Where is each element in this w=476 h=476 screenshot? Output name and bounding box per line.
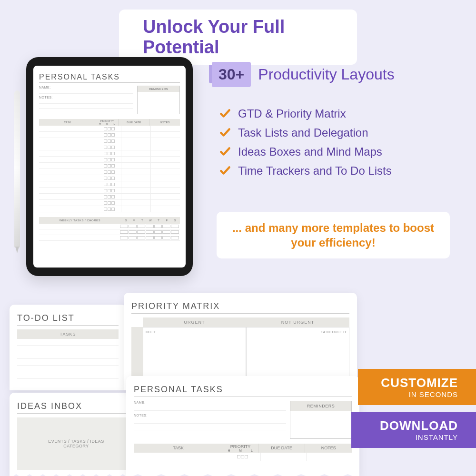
card-title: PRIORITY MATRIX [131, 301, 349, 311]
task-table-header: TASK PRIORITY H M L DUE DATE NOTES [134, 444, 352, 453]
col-h: H [97, 122, 104, 125]
day-label: S [122, 219, 130, 222]
download-button[interactable]: DOWNLOAD INSTANTLY [351, 412, 476, 448]
cta-sub-text: IN SECONDS [381, 390, 458, 398]
day-label: F [163, 219, 171, 222]
col-notes: NOTES [149, 119, 180, 126]
feature-text: Task Lists and Delegation [238, 126, 368, 139]
task-row [39, 188, 180, 194]
cta-main-text: CUSTOMIZE [381, 376, 458, 390]
task-table-header: TASK PRIORITY H M L DUE DATE NOTES [39, 119, 180, 126]
weekly-row [39, 235, 180, 241]
task-row [39, 138, 180, 144]
weekly-row [39, 229, 180, 235]
todo-col-header: TASKS [17, 329, 119, 339]
task-row [39, 200, 180, 206]
task-row [39, 169, 180, 175]
cta-main-text: DOWNLOAD [380, 418, 458, 433]
col-notes: NOTES [305, 444, 352, 453]
check-icon [219, 165, 231, 177]
weekly-label: WEEKLY TASKS / CHORES [39, 217, 121, 224]
subtitle-row: 30+ Productivity Layouts [212, 62, 395, 87]
day-label: T [138, 219, 146, 222]
task-row [39, 206, 180, 212]
notes-label: NOTES: [39, 96, 133, 99]
reminders-box: REMINDERS [137, 86, 180, 114]
feature-item: Ideas Boxes and Mind Maps [219, 145, 392, 159]
day-label: W [146, 219, 154, 222]
card-ideas: IDEAS INBOX EVENTS / TASKS / IDEAS CATEG… [10, 393, 143, 476]
feature-list: GTD & Priority MatrixTask Lists and Dele… [219, 107, 392, 183]
col-l: L [110, 122, 118, 125]
subtitle-text: Productivity Layouts [258, 66, 394, 83]
reminders-header: REMINDERS [138, 86, 179, 92]
col-not-urgent: NOT URGENT [246, 317, 349, 327]
col-task: TASK [39, 119, 96, 126]
task-row [39, 157, 180, 163]
col-priority: PRIORITY [223, 444, 258, 449]
cell-do-it: DO IT [143, 327, 246, 384]
weekly-row [39, 224, 180, 229]
feature-text: Ideas Boxes and Mind Maps [238, 145, 382, 159]
reminders-box: REMINDERS [290, 401, 352, 439]
col-due: DUE DATE [118, 119, 149, 126]
card-title: PERSONAL TASKS [134, 385, 352, 395]
col-due: DUE DATE [258, 444, 305, 453]
col-urgent: URGENT [143, 317, 246, 327]
task-row [39, 150, 180, 157]
task-row [39, 163, 180, 169]
day-label: T [155, 219, 163, 222]
customize-button[interactable]: CUSTOMIZE IN SECONDS [358, 369, 476, 405]
feature-item: Task Lists and Delegation [219, 126, 392, 139]
pencil-icon [14, 90, 20, 248]
feature-item: GTD & Priority Matrix [219, 107, 392, 120]
card-title: TO-DO LIST [17, 313, 119, 323]
title-banner: Unlock Your Full Potential [119, 10, 357, 65]
reminders-header: REMINDERS [290, 401, 351, 411]
task-row [39, 126, 180, 132]
task-row [39, 175, 180, 181]
task-row [39, 144, 180, 150]
feature-text: GTD & Priority Matrix [238, 107, 346, 120]
day-label: M [130, 219, 138, 222]
card-title: IDEAS INBOX [17, 401, 135, 411]
task-row [39, 132, 180, 138]
tablet-screen: PERSONAL TASKS NAME: NOTES: REMINDERS TA… [33, 66, 186, 268]
feature-item: Time Trackers and To Do Lists [219, 164, 392, 178]
count-badge: 30+ [212, 62, 251, 87]
weekly-header: WEEKLY TASKS / CHORES SMTWTFS [39, 217, 180, 224]
col-task: TASK [134, 444, 223, 453]
ideas-line1: EVENTS / TASKS / IDEAS [48, 439, 104, 444]
divider [39, 82, 180, 83]
task-row [39, 194, 180, 200]
check-icon [219, 108, 231, 120]
more-templates-banner: ... and many more templates to boost you… [217, 212, 450, 258]
tablet-mockup: PERSONAL TASKS NAME: NOTES: REMINDERS TA… [26, 57, 193, 276]
card-todo: TO-DO LIST TASKS [10, 305, 126, 390]
name-label: NAME: [134, 401, 286, 404]
check-icon [219, 146, 231, 158]
col-m: M [104, 122, 111, 125]
check-icon [219, 127, 231, 139]
sheet-title: PERSONAL TASKS [39, 73, 180, 81]
feature-text: Time Trackers and To Do Lists [238, 164, 392, 178]
cell-schedule: SCHEDULE IT [246, 327, 349, 384]
name-label: NAME: [39, 86, 133, 89]
card-personal-tasks: PERSONAL TASKS NAME: NOTES: REMINDERS TA… [126, 376, 359, 476]
notes-label: NOTES: [134, 414, 286, 417]
ideas-line2: CATEGORY [63, 444, 89, 448]
day-label: S [171, 219, 179, 222]
cta-sub-text: INSTANTLY [380, 433, 458, 441]
task-row [39, 181, 180, 188]
